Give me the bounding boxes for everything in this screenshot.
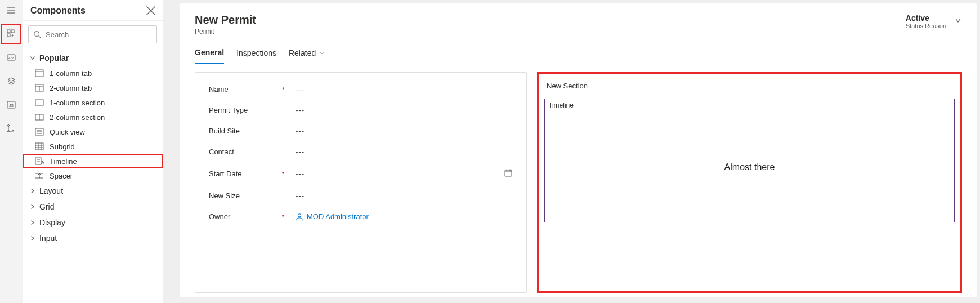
group-input[interactable]: Input <box>23 230 163 246</box>
field-start-date[interactable]: Start Date * --- <box>209 168 513 179</box>
svg-rect-22 <box>35 70 43 77</box>
status-value: Active <box>906 14 946 23</box>
tab-related[interactable]: Related <box>289 43 325 64</box>
svg-point-13 <box>8 125 10 127</box>
js-rail-icon[interactable]: JS <box>3 97 19 113</box>
chevron-right-icon <box>29 219 36 226</box>
component-2-column-tab[interactable]: 2-column tab <box>23 81 163 95</box>
field-value: --- <box>296 106 305 114</box>
field-value: --- <box>296 170 305 178</box>
chevron-down-icon <box>954 16 962 26</box>
component-label: 1-column section <box>50 99 105 107</box>
required-indicator: * <box>282 86 296 93</box>
person-icon <box>296 213 303 221</box>
required-indicator: * <box>282 213 296 220</box>
owner-lookup[interactable]: MOD Administrator <box>296 212 369 221</box>
group-label: Display <box>39 218 65 227</box>
tree-rail-icon[interactable] <box>3 121 19 136</box>
tab-bar: General Inspections Related <box>195 43 962 64</box>
form-fields-section: Name * --- Permit Type --- Build Site --… <box>195 72 527 293</box>
status-label: Status Reason <box>906 23 946 29</box>
component-timeline[interactable]: Timeline <box>23 154 163 168</box>
chevron-right-icon <box>29 188 36 194</box>
page-title: New Permit <box>195 14 256 26</box>
group-label: Popular <box>39 54 69 63</box>
field-new-size[interactable]: New Size --- <box>209 191 513 200</box>
svg-line-21 <box>39 36 41 38</box>
component-spacer[interactable]: Spacer <box>23 168 163 183</box>
component-subgrid[interactable]: Subgrid <box>23 139 163 154</box>
chevron-right-icon <box>29 235 36 242</box>
field-owner[interactable]: Owner * MOD Administrator <box>209 212 513 221</box>
svg-marker-10 <box>8 78 15 81</box>
field-value: --- <box>296 191 305 200</box>
group-popular[interactable]: Popular <box>23 50 163 66</box>
field-value: --- <box>296 148 305 156</box>
svg-rect-48 <box>505 170 512 176</box>
svg-point-20 <box>34 32 39 37</box>
component-label: Spacer <box>50 172 73 180</box>
component-1-column-tab[interactable]: 1-column tab <box>23 66 163 81</box>
search-field[interactable] <box>46 30 152 39</box>
group-grid[interactable]: Grid <box>23 199 163 215</box>
component-2-column-section[interactable]: 2-column section <box>23 110 163 124</box>
tab-inspections[interactable]: Inspections <box>236 43 276 64</box>
component-quick-view[interactable]: Quick view <box>23 124 163 139</box>
page-subtitle: Permit <box>195 28 256 35</box>
svg-text:Abc: Abc <box>8 56 14 60</box>
group-layout[interactable]: Layout <box>23 183 163 199</box>
group-label: Layout <box>39 186 63 195</box>
component-label: Subgrid <box>50 142 75 151</box>
svg-line-44 <box>42 163 43 163</box>
component-label: 1-column tab <box>50 69 92 78</box>
search-icon <box>33 30 41 38</box>
tab-general[interactable]: General <box>195 43 224 64</box>
field-value: --- <box>296 85 305 93</box>
component-label: Quick view <box>50 128 85 136</box>
left-rail: Abc JS <box>0 0 23 303</box>
group-label: Grid <box>39 202 54 211</box>
svg-rect-5 <box>7 34 10 37</box>
components-panel: Components Popular 1-column tab 2-col <box>23 0 163 303</box>
group-display[interactable]: Display <box>23 215 163 230</box>
svg-point-15 <box>12 131 14 132</box>
search-input[interactable] <box>28 25 157 43</box>
hamburger-icon[interactable] <box>3 2 19 18</box>
section-title: New Section <box>544 78 955 95</box>
component-1-column-section[interactable]: 1-column section <box>23 95 163 110</box>
timeline-placeholder: Almost there <box>545 112 954 222</box>
timeline-control[interactable]: Timeline Almost there <box>544 99 955 222</box>
field-permit-type[interactable]: Permit Type --- <box>209 106 513 114</box>
field-name[interactable]: Name * --- <box>209 85 513 93</box>
required-indicator: * <box>282 171 296 177</box>
abc-rail-icon[interactable]: Abc <box>3 50 19 65</box>
svg-rect-27 <box>35 100 43 105</box>
chevron-down-icon <box>319 48 325 57</box>
component-label: 2-column tab <box>50 84 92 92</box>
component-label: Timeline <box>50 157 77 166</box>
panel-title: Components <box>30 6 86 16</box>
layers-rail-icon[interactable] <box>3 73 19 89</box>
form-canvas: New Permit Permit Active Status Reason G… <box>163 0 980 303</box>
chevron-right-icon <box>29 203 36 210</box>
close-icon[interactable] <box>146 6 156 16</box>
svg-text:JS: JS <box>9 104 14 108</box>
chevron-down-icon <box>29 55 36 61</box>
field-build-site[interactable]: Build Site --- <box>209 127 513 135</box>
group-label: Input <box>39 234 57 243</box>
new-section-highlight: New Section Timeline Almost there <box>537 72 962 293</box>
component-label: 2-column section <box>50 113 105 122</box>
components-rail-icon[interactable] <box>3 26 19 42</box>
field-contact[interactable]: Contact --- <box>209 148 513 156</box>
status-dropdown[interactable]: Active Status Reason <box>906 14 962 29</box>
owner-value: MOD Administrator <box>307 212 369 221</box>
svg-rect-4 <box>11 30 14 33</box>
svg-rect-34 <box>35 143 43 150</box>
svg-rect-3 <box>7 30 10 33</box>
timeline-header: Timeline <box>545 99 954 112</box>
calendar-icon[interactable] <box>504 168 513 179</box>
field-value: --- <box>296 127 305 135</box>
svg-point-52 <box>298 213 301 216</box>
